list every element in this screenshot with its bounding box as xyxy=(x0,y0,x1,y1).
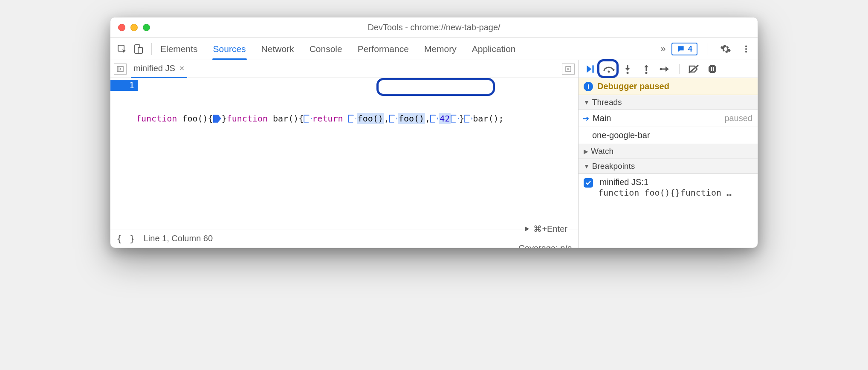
code-content[interactable]: function foo(){}function bar(){return fo… xyxy=(138,78,578,229)
resume-button[interactable] xyxy=(584,63,596,75)
tab-elements[interactable]: Elements xyxy=(159,39,199,59)
device-toolbar-icon[interactable] xyxy=(131,42,145,56)
step-button[interactable] xyxy=(659,63,671,75)
threads-label: Threads xyxy=(592,98,622,107)
thread-item[interactable]: one-google-bar xyxy=(579,127,758,144)
tok-brace-open-2: { xyxy=(298,113,304,124)
step-into-button[interactable] xyxy=(621,63,634,75)
svg-point-11 xyxy=(645,72,648,74)
file-tab-active[interactable]: minified JS × xyxy=(131,60,187,78)
pretty-print-icon[interactable]: { } xyxy=(116,233,136,244)
show-navigator-icon[interactable] xyxy=(114,64,127,75)
toolbar-separator xyxy=(151,43,152,55)
code-editor[interactable]: 1 function foo(){}function bar(){return … xyxy=(110,78,578,229)
thread-name: one-google-bar xyxy=(592,130,650,140)
current-thread-icon: ➔ xyxy=(583,114,589,123)
breakpoint-checkbox[interactable] xyxy=(584,178,593,188)
coverage-status[interactable]: Coverage: n/a xyxy=(518,243,572,248)
more-menu-icon[interactable] xyxy=(739,42,753,56)
panel-tabs: Elements Sources Network Console Perform… xyxy=(159,39,516,59)
tab-sources[interactable]: Sources xyxy=(212,39,247,59)
step-point-icon[interactable] xyxy=(213,115,222,123)
svg-rect-8 xyxy=(592,65,593,72)
svg-point-5 xyxy=(745,51,747,52)
file-tab-label: minified JS xyxy=(133,64,175,73)
breakpoint-item[interactable]: minified JS:1 function foo(){}function … xyxy=(579,174,758,201)
step-point-icon[interactable] xyxy=(389,115,398,123)
editor-status-bar: { } Line 1, Column 60 ⌘+Enter Coverage: … xyxy=(110,229,578,248)
debugger-controls xyxy=(579,60,758,78)
svg-rect-14 xyxy=(713,67,714,71)
close-window-button[interactable] xyxy=(118,24,125,31)
step-out-button[interactable] xyxy=(640,63,653,75)
tok-call-foo-1: foo() xyxy=(357,113,384,124)
svg-point-4 xyxy=(745,48,747,49)
cursor-position: Line 1, Column 60 xyxy=(144,234,213,243)
tab-network[interactable]: Network xyxy=(260,39,295,59)
line-number[interactable]: 1 xyxy=(110,80,138,91)
svg-point-3 xyxy=(745,45,747,47)
tab-console[interactable]: Console xyxy=(309,39,343,59)
collapse-icon: ▶ xyxy=(584,148,588,155)
step-over-button[interactable] xyxy=(602,63,615,75)
tok-comma-2: , xyxy=(425,113,430,124)
debugger-paused-banner: i Debugger paused xyxy=(579,78,758,95)
svg-point-9 xyxy=(608,70,610,72)
tab-application[interactable]: Application xyxy=(471,39,517,59)
inspect-element-icon[interactable] xyxy=(115,42,129,56)
deactivate-breakpoints-button[interactable] xyxy=(687,63,700,75)
tok-bar-decl: bar() xyxy=(268,113,298,124)
breakpoints-section-header[interactable]: ▼ Breakpoints xyxy=(579,159,758,174)
tok-brace-open-1: { xyxy=(208,113,213,124)
tok-foo-decl: foo() xyxy=(177,113,208,124)
run-snippet-icon[interactable] xyxy=(562,64,575,75)
tok-comma-1: , xyxy=(384,113,389,124)
pause-on-exceptions-button[interactable] xyxy=(706,63,719,75)
zoom-window-button[interactable] xyxy=(143,24,150,31)
step-point-icon[interactable] xyxy=(304,115,312,123)
more-tabs-button[interactable]: » xyxy=(660,43,665,55)
window-title: DevTools - chrome://new-tab-page/ xyxy=(367,23,500,32)
breakpoint-label: minified JS:1 xyxy=(600,177,649,187)
tok-call-bar: bar(); xyxy=(473,113,503,124)
tab-performance[interactable]: Performance xyxy=(357,39,410,59)
watch-section-header[interactable]: ▶ Watch xyxy=(579,144,758,159)
svg-rect-2 xyxy=(138,47,142,53)
step-point-icon[interactable] xyxy=(430,115,439,123)
tok-function-kw-2: function xyxy=(227,113,268,124)
info-icon: i xyxy=(584,82,593,91)
debugger-separator xyxy=(679,64,680,74)
minimize-window-button[interactable] xyxy=(130,24,138,31)
annotation-highlight-expression xyxy=(376,78,495,96)
line-gutter: 1 xyxy=(110,78,138,229)
breakpoints-label: Breakpoints xyxy=(592,162,635,171)
top-toolbar: Elements Sources Network Console Perform… xyxy=(110,38,758,60)
debugger-sidebar: i Debugger paused ▼ Threads ➔ Main pause… xyxy=(579,60,758,248)
console-messages-badge[interactable]: 4 xyxy=(671,43,697,55)
tab-memory[interactable]: Memory xyxy=(423,39,457,59)
sources-panel: minified JS × 1 function foo(){}function… xyxy=(110,60,579,248)
step-point-icon[interactable] xyxy=(348,115,357,123)
watch-label: Watch xyxy=(591,147,613,156)
console-message-count: 4 xyxy=(688,44,692,54)
toolbar-separator-2 xyxy=(708,43,708,55)
svg-rect-13 xyxy=(711,67,712,71)
thread-item-main[interactable]: ➔ Main paused xyxy=(579,110,758,127)
step-point-icon[interactable] xyxy=(451,115,459,123)
breakpoint-preview: function foo(){}function … xyxy=(584,188,752,198)
tok-42: 42 xyxy=(439,113,451,124)
threads-section-header[interactable]: ▼ Threads xyxy=(579,95,758,110)
tok-return: return xyxy=(312,113,343,124)
svg-point-10 xyxy=(627,72,629,74)
tok-brace-close-2: } xyxy=(459,113,464,124)
step-point-icon[interactable] xyxy=(464,115,473,123)
svg-point-12 xyxy=(660,68,662,70)
tok-function-kw: function xyxy=(138,113,177,124)
debugger-paused-text: Debugger paused xyxy=(597,81,669,91)
main-split: minified JS × 1 function foo(){}function… xyxy=(110,60,758,248)
top-toolbar-right: » 4 xyxy=(660,42,753,56)
close-file-tab-icon[interactable]: × xyxy=(179,64,185,73)
expand-icon: ▼ xyxy=(584,99,590,106)
expand-icon: ▼ xyxy=(584,163,590,170)
settings-icon[interactable] xyxy=(718,42,733,56)
